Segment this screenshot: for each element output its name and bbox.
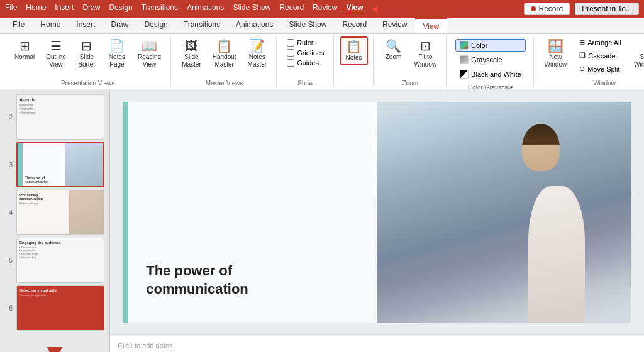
title-bar: File Home Insert Draw Design Transitions… [0, 0, 644, 18]
slides-panel[interactable]: 2 Agenda • Item one • Item two • Item th… [0, 89, 110, 352]
window-items: 🪟 NewWindow ⊞ Arrange All ❐ Cascade ⊕ Mo… [540, 36, 644, 79]
zoom-items: 🔍 Zoom ⊡ Fit toWindow [380, 36, 441, 79]
gridlines-checkbox[interactable]: Gridlines [287, 49, 324, 57]
tab-design[interactable]: Design [136, 18, 175, 33]
black-white-button[interactable]: Black and White [455, 68, 525, 80]
outline-view-button[interactable]: ☰ OutlineView [42, 36, 70, 72]
down-arrow-icon: ▼ [42, 338, 68, 352]
slide-3-image: The power ofcommunication [16, 142, 104, 187]
menu-review[interactable]: Review [313, 3, 337, 14]
grayscale-button[interactable]: Grayscale [455, 53, 525, 66]
menu-bar[interactable]: File Home Insert Draw Design Transitions… [5, 3, 379, 14]
cascade-button[interactable]: ❐ Cascade [574, 50, 627, 62]
tab-transitions[interactable]: Transitions [176, 18, 228, 33]
normal-icon: ⊞ [19, 40, 30, 52]
tab-animations[interactable]: Animations [228, 18, 281, 33]
hair [522, 124, 560, 145]
notes-bar: Click to add notes [110, 336, 644, 352]
handout-master-button[interactable]: 📋 HandoutMaster [208, 36, 241, 72]
show-checkboxes: Ruler Gridlines Guides [283, 36, 328, 69]
gridlines-input[interactable] [287, 49, 294, 57]
tab-insert[interactable]: Insert [69, 18, 103, 33]
reading-view-icon: 📖 [142, 40, 157, 52]
notes-placeholder: Click to add notes [118, 342, 172, 349]
slide-master-button[interactable]: 🖼 SlideMaster [177, 36, 206, 72]
color-options: Color Grayscale Black and White [453, 36, 528, 83]
notes-group: 📋 Notes · [335, 36, 374, 87]
slide-thumb-6[interactable]: 6 Selecting visual aids Choosing the rig… [5, 285, 104, 331]
arrange-all-button[interactable]: ⊞ Arrange All [574, 36, 627, 48]
black-white-swatch [460, 70, 469, 79]
new-window-icon: 🪟 [548, 40, 564, 52]
new-window-button[interactable]: 🪟 NewWindow [540, 36, 572, 72]
tab-record[interactable]: Record [335, 18, 375, 33]
menu-transitions[interactable]: Transitions [142, 3, 178, 14]
menu-slideshow[interactable]: Slide Show [233, 3, 270, 14]
tab-review[interactable]: Review [375, 18, 415, 33]
show-label: Show [297, 80, 313, 87]
outline-icon: ☰ [50, 40, 62, 52]
ribbon-content: ⊞ Normal ☰ OutlineView ⊟ SlideSorter 📄 N… [0, 34, 644, 89]
zoom-group: 🔍 Zoom ⊡ Fit toWindow Zoom [375, 36, 447, 87]
menu-view[interactable]: View [346, 3, 363, 14]
notes-master-button[interactable]: 📝 NotesMaster [243, 36, 272, 72]
slide-6-image: Selecting visual aids Choosing the right… [16, 285, 104, 331]
tab-draw[interactable]: Draw [103, 18, 136, 33]
slide-master-icon: 🖼 [185, 40, 197, 52]
normal-button[interactable]: ⊞ Normal [10, 36, 39, 64]
title-bar-actions: Record Present in Te... [524, 3, 639, 15]
slide-sorter-button[interactable]: ⊟ SlideSorter [73, 36, 101, 72]
slide-left-section: The power of communication [123, 102, 377, 324]
notes-page-button[interactable]: 📄 NotesPage [103, 36, 131, 72]
presentation-views-items: ⊞ Normal ☰ OutlineView ⊟ SlideSorter 📄 N… [10, 36, 165, 79]
reading-view-button[interactable]: 📖 ReadingView [133, 36, 165, 72]
record-button[interactable]: Record [524, 3, 570, 15]
slide-4-image: Overcomingcommunication Bridging the gap [16, 190, 104, 235]
ruler-input[interactable] [287, 39, 294, 47]
guides-input[interactable] [287, 59, 294, 67]
tab-home[interactable]: Home [33, 18, 69, 33]
move-split-button[interactable]: ⊕ Move Split [574, 63, 627, 75]
slide-thumb-2[interactable]: 2 Agenda • Item one • Item two • Item th… [5, 94, 104, 140]
zoom-label: Zoom [402, 80, 419, 87]
cascade-icon: ❐ [579, 52, 586, 60]
menu-record[interactable]: Record [279, 3, 304, 14]
slide-right-section [377, 102, 630, 324]
zoom-button[interactable]: 🔍 Zoom [380, 36, 408, 64]
menu-animations[interactable]: Animations [187, 3, 224, 14]
menu-insert[interactable]: Insert [55, 3, 74, 14]
slide-thumb-3[interactable]: 3 The power ofcommunication [5, 142, 104, 187]
person-photo [377, 102, 630, 324]
slide-thumb-4[interactable]: 4 Overcomingcommunication Bridging the g… [5, 190, 104, 235]
main-area: 2 Agenda • Item one • Item two • Item th… [0, 89, 644, 352]
person-head [522, 124, 560, 171]
notes-icon: 📋 [346, 40, 362, 53]
switch-windows-button[interactable]: ⇌ SwitchWindows ▾ [630, 36, 644, 72]
menu-home[interactable]: Home [26, 3, 46, 14]
slide-main: The power of communication [110, 89, 644, 336]
window-group: 🪟 NewWindow ⊞ Arrange All ❐ Cascade ⊕ Mo… [535, 36, 644, 87]
zoom-icon: 🔍 [386, 40, 401, 52]
color-button[interactable]: Color [455, 39, 525, 52]
tab-file[interactable]: File [5, 18, 33, 33]
fit-to-window-icon: ⊡ [420, 40, 431, 52]
slide-sorter-icon: ⊟ [81, 40, 92, 52]
present-button[interactable]: Present in Te... [575, 3, 639, 15]
guides-checkbox[interactable]: Guides [287, 59, 324, 67]
tab-slideshow[interactable]: Slide Show [281, 18, 335, 33]
menu-draw[interactable]: Draw [82, 3, 100, 14]
slide-teal-bar [123, 102, 128, 324]
ruler-checkbox[interactable]: Ruler [287, 39, 324, 47]
window-label: Window [593, 80, 616, 87]
slide-canvas: The power of communication [110, 89, 644, 336]
window-stack: ⊞ Arrange All ❐ Cascade ⊕ Move Split [574, 36, 627, 75]
notes-button[interactable]: 📋 Notes [340, 36, 368, 65]
show-group: Ruler Gridlines Guides Show [278, 36, 333, 87]
tab-view[interactable]: View [415, 18, 447, 33]
fit-to-window-button[interactable]: ⊡ Fit toWindow [410, 36, 441, 72]
presentation-views-label: Presentation Views [61, 80, 114, 87]
menu-design[interactable]: Design [109, 3, 132, 14]
menu-file[interactable]: File [5, 3, 17, 14]
color-grayscale-group: Color Grayscale Black and White Color/Gr… [448, 36, 533, 87]
slide-thumb-5[interactable]: 5 Engaging the audience • Key point one•… [5, 238, 104, 283]
